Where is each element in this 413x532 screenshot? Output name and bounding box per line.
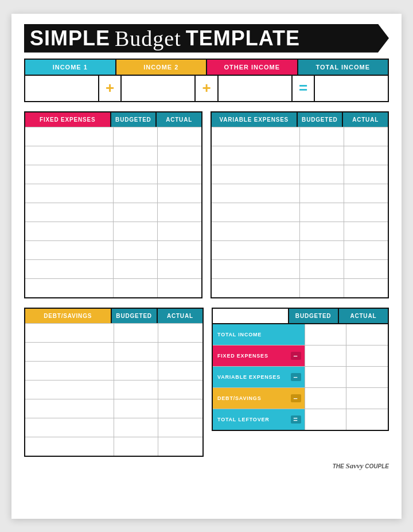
summary-leftover-row: TOTAL LEFTOVER = — [213, 409, 388, 430]
table-row — [25, 240, 201, 259]
fixed-exp-label: FIXED EXPENSES — [25, 112, 111, 127]
var-budgeted-label: BUDGETED — [298, 112, 344, 127]
debt-actual-label: ACTUAL — [158, 309, 202, 323]
total-income-cell[interactable] — [315, 76, 388, 101]
title-budget: Budget — [115, 28, 181, 49]
table-row — [25, 165, 201, 184]
table-row — [25, 259, 201, 278]
summary-section: BUDGETED ACTUAL TOTAL INCOME — [212, 308, 389, 457]
summary-debt-label: DEBT/SAVINGS – — [213, 388, 305, 409]
table-row — [25, 146, 201, 165]
title-part1: SIMPLE — [30, 28, 110, 49]
watermark-prefix: THE — [333, 463, 344, 469]
var-exp-label: VARIABLE EXPENSES — [212, 112, 298, 127]
table-row — [212, 165, 388, 184]
summary-fixed-expenses-row: FIXED EXPENSES – — [213, 345, 388, 366]
table-row — [25, 278, 201, 297]
table-row — [25, 127, 201, 146]
income-row: + + = — [24, 76, 389, 102]
table-row — [25, 203, 201, 222]
other-income-header: OTHER INCOME — [207, 60, 298, 75]
table-row — [212, 240, 388, 259]
summary-spacer — [213, 309, 288, 323]
watermark-brand: Savvy — [346, 461, 364, 470]
table-row — [25, 222, 201, 240]
table-row — [25, 184, 201, 203]
summary-budgeted-header: BUDGETED — [288, 309, 338, 323]
summary-actual-header: ACTUAL — [338, 309, 388, 323]
variable-expenses-header: VARIABLE EXPENSES BUDGETED ACTUAL — [212, 112, 388, 127]
var-actual-label: ACTUAL — [343, 112, 388, 127]
income-equals: = — [293, 76, 315, 101]
table-row — [25, 323, 202, 342]
total-income-header: TOTAL INCOME — [298, 60, 388, 75]
title-bar: SIMPLE Budget TEMPLATE — [24, 24, 389, 53]
table-row — [212, 146, 388, 165]
table-row — [25, 380, 202, 399]
debt-savings-table: DEBT/SAVINGS BUDGETED ACTUAL — [24, 308, 204, 457]
income-header: INCOME 1 INCOME 2 OTHER INCOME TOTAL INC… — [24, 59, 389, 76]
income-plus2: + — [196, 76, 219, 101]
fixed-budgeted-label: BUDGETED — [111, 112, 157, 127]
table-row — [25, 399, 202, 418]
income2-cell[interactable] — [122, 76, 196, 101]
minus-icon: – — [291, 352, 301, 360]
main-tables: FIXED EXPENSES BUDGETED ACTUAL — [24, 111, 389, 298]
table-row — [212, 278, 388, 297]
page: SIMPLE Budget TEMPLATE INCOME 1 INCOME 2… — [11, 14, 402, 519]
debt-budgeted-label: BUDGETED — [112, 309, 158, 323]
fixed-actual-label: ACTUAL — [157, 112, 201, 127]
summary-debt-row: DEBT/SAVINGS – — [213, 387, 388, 409]
watermark-suffix: COUPLE — [365, 463, 389, 469]
watermark: THE Savvy COUPLE — [24, 461, 389, 471]
summary-rows: TOTAL INCOME FIXED EXPENSES – — [212, 323, 389, 431]
title-text: SIMPLE Budget TEMPLATE — [30, 28, 300, 49]
table-row — [212, 203, 388, 222]
table-row — [25, 418, 202, 437]
summary-fixed-label: FIXED EXPENSES – — [213, 345, 305, 366]
debt-label: DEBT/SAVINGS — [25, 309, 112, 323]
other-income-cell[interactable] — [219, 76, 293, 101]
fixed-expenses-table: FIXED EXPENSES BUDGETED ACTUAL — [24, 111, 202, 298]
bottom-section: DEBT/SAVINGS BUDGETED ACTUAL — [24, 308, 389, 457]
table-row — [25, 342, 202, 361]
income1-cell[interactable] — [25, 76, 99, 101]
minus-icon: – — [291, 373, 301, 381]
summary-variable-row: VARIABLE EXPENSES – — [213, 366, 388, 387]
title-part3: TEMPLATE — [186, 28, 300, 49]
table-row — [212, 259, 388, 278]
minus-icon: – — [291, 394, 301, 402]
summary-total-income-label: TOTAL INCOME — [213, 324, 305, 345]
summary-column-headers: BUDGETED ACTUAL — [212, 308, 389, 323]
summary-leftover-label: TOTAL LEFTOVER = — [213, 409, 305, 430]
summary-variable-label: VARIABLE EXPENSES – — [213, 367, 305, 387]
fixed-expenses-header: FIXED EXPENSES BUDGETED ACTUAL — [25, 112, 201, 127]
income-plus1: + — [99, 76, 122, 101]
table-row — [212, 127, 388, 146]
table-row — [212, 222, 388, 240]
income1-header: INCOME 1 — [25, 60, 116, 75]
table-row — [212, 184, 388, 203]
equals-icon: = — [291, 415, 301, 424]
table-row — [25, 437, 202, 456]
income2-header: INCOME 2 — [116, 60, 208, 75]
variable-expenses-table: VARIABLE EXPENSES BUDGETED ACTUAL — [211, 111, 389, 298]
summary-total-income-row: TOTAL INCOME — [213, 324, 388, 345]
table-row — [25, 361, 202, 380]
debt-header: DEBT/SAVINGS BUDGETED ACTUAL — [25, 309, 202, 323]
